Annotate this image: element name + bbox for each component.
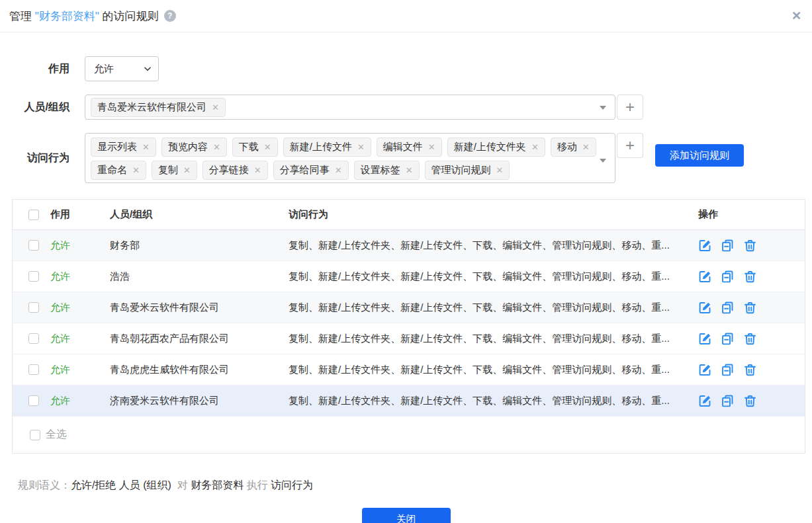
edit-icon[interactable] <box>698 239 712 253</box>
tag-remove-icon[interactable]: ✕ <box>264 142 271 152</box>
behaviors-input[interactable]: 显示列表✕预览内容✕下载✕新建/上传文件✕编辑文件✕新建/上传文件夹✕移动✕重命… <box>85 133 615 183</box>
effect-select[interactable]: 允许 <box>85 56 159 81</box>
tag-remove-icon[interactable]: ✕ <box>582 142 590 152</box>
tag: 新建/上传文件夹✕ <box>447 138 545 157</box>
edit-icon[interactable] <box>698 301 712 315</box>
delete-icon[interactable] <box>743 394 757 408</box>
row-checkbox[interactable] <box>28 333 39 344</box>
edit-icon[interactable] <box>698 270 712 284</box>
tag-label: 分享链接 <box>209 164 249 177</box>
select-all-label: 全选 <box>46 428 67 442</box>
delete-icon[interactable] <box>743 301 757 315</box>
tag-remove-icon[interactable]: ✕ <box>428 142 435 152</box>
table-row: 允许 青岛虎虎生威软件有限公司 复制、新建/上传文件夹、新建/上传文件、下载、编… <box>13 354 805 385</box>
delete-icon[interactable] <box>743 363 757 377</box>
row-behaviors: 复制、新建/上传文件夹、新建/上传文件、下载、编辑文件、管理访问规则、移动、重.… <box>289 270 698 283</box>
tag-label: 重命名 <box>97 164 127 177</box>
tag-remove-icon[interactable]: ✕ <box>142 142 150 152</box>
edit-icon[interactable] <box>698 332 712 346</box>
effect-label: 作用 <box>0 62 69 76</box>
row-people: 济南爱米云软件有限公司 <box>110 395 289 407</box>
tag-remove-icon[interactable]: ✕ <box>183 165 191 175</box>
copy-icon[interactable] <box>721 394 735 408</box>
close-button[interactable]: 关闭 <box>362 508 451 523</box>
tag-remove-icon[interactable]: ✕ <box>213 142 220 152</box>
add-behavior-button[interactable]: + <box>617 133 643 158</box>
tag-label: 分享给同事 <box>280 164 330 177</box>
row-people: 财务部 <box>110 239 289 252</box>
table-row: 允许 财务部 复制、新建/上传文件夹、新建/上传文件、下载、编辑文件、管理访问规… <box>13 230 805 261</box>
header-people: 人员/组织 <box>110 208 289 221</box>
table-row: 允许 浩浩 复制、新建/上传文件夹、新建/上传文件、下载、编辑文件、管理访问规则… <box>13 261 805 292</box>
tag: 显示列表✕ <box>91 138 156 157</box>
select-all-checkbox[interactable] <box>30 430 40 440</box>
tag-label: 新建/上传文件 <box>290 141 352 153</box>
row-behaviors: 复制、新建/上传文件夹、新建/上传文件、下载、编辑文件、管理访问规则、移动、重.… <box>289 395 698 407</box>
row-effect: 允许 <box>50 364 110 376</box>
row-effect: 允许 <box>50 239 110 252</box>
copy-icon[interactable] <box>721 301 735 315</box>
tag: 青岛爱米云软件有限公司✕ <box>91 98 226 117</box>
copy-icon[interactable] <box>721 332 735 346</box>
copy-icon[interactable] <box>721 239 735 253</box>
delete-icon[interactable] <box>743 332 757 346</box>
delete-icon[interactable] <box>743 239 757 253</box>
effect-select-value: 允许 <box>94 63 114 75</box>
dialog-footer: 关闭 <box>0 508 812 523</box>
page-title: 管理 "财务部资料" 的访问规则 <box>9 9 159 24</box>
behaviors-dropdown-icon[interactable] <box>600 159 606 163</box>
tag-label: 下载 <box>239 141 259 153</box>
tag-label: 复制 <box>158 164 178 177</box>
people-dropdown-icon[interactable] <box>600 106 606 110</box>
row-checkbox[interactable] <box>28 271 39 282</box>
delete-icon[interactable] <box>743 270 757 284</box>
table-row: 允许 济南爱米云软件有限公司 复制、新建/上传文件夹、新建/上传文件、下载、编辑… <box>13 385 805 417</box>
tag: 新建/上传文件✕ <box>283 138 371 157</box>
tag-remove-icon[interactable]: ✕ <box>496 165 504 175</box>
add-rule-button[interactable]: 添加访问规则 <box>655 144 744 167</box>
row-people: 浩浩 <box>110 270 289 283</box>
tag-remove-icon[interactable]: ✕ <box>254 165 261 175</box>
tag-label: 新建/上传文件夹 <box>454 141 526 153</box>
header-effect: 作用 <box>50 208 110 221</box>
rule-semantics: 规则语义：允许/拒绝 人员 (组织) 对 财务部资料 执行 访问行为 <box>12 467 812 493</box>
effect-row: 作用 允许 <box>0 56 812 81</box>
table-row: 允许 青岛朝花西农产品有限公司 复制、新建/上传文件夹、新建/上传文件、下载、编… <box>13 323 805 354</box>
copy-icon[interactable] <box>721 363 735 377</box>
help-icon[interactable]: ? <box>164 10 176 22</box>
tag-remove-icon[interactable]: ✕ <box>357 142 365 152</box>
rule-semantics-segment: 允许/拒绝 人员 (组织) <box>71 479 174 491</box>
tag-remove-icon[interactable]: ✕ <box>531 142 539 152</box>
add-people-button[interactable]: + <box>617 95 643 120</box>
tag-remove-icon[interactable]: ✕ <box>335 165 342 175</box>
edit-icon[interactable] <box>698 394 712 408</box>
row-behaviors: 复制、新建/上传文件夹、新建/上传文件、下载、编辑文件、管理访问规则、移动、重.… <box>289 364 698 376</box>
tag: 编辑文件✕ <box>377 138 442 157</box>
close-icon[interactable]: ✕ <box>791 10 801 22</box>
row-checkbox[interactable] <box>28 302 39 313</box>
row-behaviors: 复制、新建/上传文件夹、新建/上传文件、下载、编辑文件、管理访问规则、移动、重.… <box>289 302 698 314</box>
row-checkbox[interactable] <box>28 364 39 375</box>
header-checkbox[interactable] <box>28 210 39 220</box>
tag-remove-icon[interactable]: ✕ <box>132 165 140 175</box>
people-row: 人员/组织 青岛爱米云软件有限公司✕ + <box>0 95 812 120</box>
row-checkbox[interactable] <box>28 240 39 251</box>
row-checkbox[interactable] <box>28 395 39 406</box>
copy-icon[interactable] <box>721 270 735 284</box>
rules-table: 作用 人员/组织 访问行为 操作 允许 财务部 复制、新建/上传文件夹、新建/上… <box>12 199 805 454</box>
row-effect: 允许 <box>50 333 110 345</box>
tag: 管理访问规则✕ <box>425 161 510 180</box>
people-label: 人员/组织 <box>0 101 69 114</box>
edit-icon[interactable] <box>698 363 712 377</box>
tag-remove-icon[interactable]: ✕ <box>212 102 219 112</box>
chevron-down-icon <box>143 64 152 73</box>
table-row: 允许 青岛爱米云软件有限公司 复制、新建/上传文件夹、新建/上传文件、下载、编辑… <box>13 292 805 323</box>
title-suffix: 的访问规则 <box>99 9 159 24</box>
tag: 分享给同事✕ <box>273 161 349 180</box>
tag-remove-icon[interactable]: ✕ <box>406 165 413 175</box>
table-header: 作用 人员/组织 访问行为 操作 <box>13 200 805 230</box>
people-input[interactable]: 青岛爱米云软件有限公司✕ <box>85 95 615 120</box>
row-behaviors: 复制、新建/上传文件夹、新建/上传文件、下载、编辑文件、管理访问规则、移动、重.… <box>289 239 698 252</box>
tag-label: 设置标签 <box>361 164 400 177</box>
row-people: 青岛虎虎生威软件有限公司 <box>110 364 289 376</box>
